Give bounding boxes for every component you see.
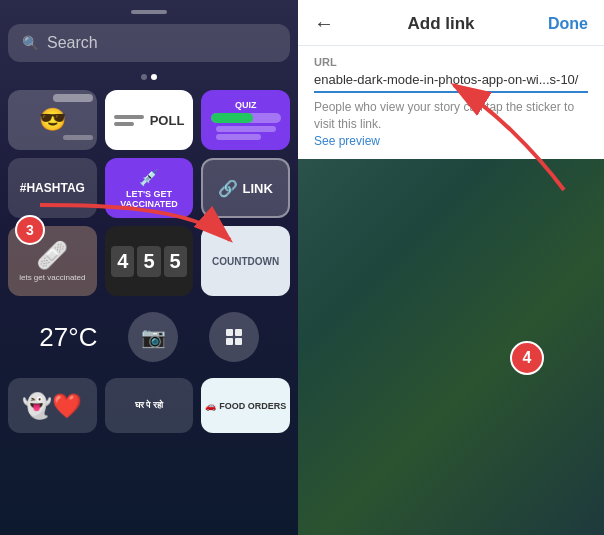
countdown-sticker[interactable]: COUNTDOWN [201, 226, 290, 296]
food-sticker[interactable]: 🚗 FOOD ORDERS [201, 378, 290, 433]
dot-1 [141, 74, 147, 80]
ghar-sticker[interactable]: घर पे रहो [105, 378, 194, 433]
temperature-text: 27°C [39, 322, 97, 353]
timer-sticker[interactable]: 4 5 5 [105, 226, 194, 296]
emoji-sticker[interactable]: 😎 [8, 90, 97, 150]
link-sticker[interactable]: 🔗 LINK [201, 158, 290, 218]
ghost-icon: 👻❤️ [22, 392, 82, 420]
url-value[interactable]: enable-dark-mode-in-photos-app-on-wi...s… [314, 72, 588, 93]
sticker-row-1: 😎 POLL QUIZ [8, 90, 290, 150]
quiz-label: QUIZ [235, 100, 257, 110]
emoji-icon: 😎 [39, 107, 66, 133]
quiz-lines [216, 126, 276, 140]
vaccinated-label: LET'S GET VACCINATED [109, 189, 190, 209]
add-icon [222, 325, 246, 349]
timer-digit-1: 4 [111, 246, 134, 277]
add-link-header: ← Add link Done [298, 0, 604, 46]
link-label: LINK [242, 181, 272, 196]
timer-digit-2: 5 [137, 246, 160, 277]
right-background [298, 135, 604, 535]
bottom-sticker-row: 👻❤️ घर पे रहो 🚗 FOOD ORDERS [8, 378, 290, 441]
bandaid-icon: 🩹 [36, 240, 68, 271]
vaccinated-sticker[interactable]: 💉 LET'S GET VACCINATED [105, 158, 194, 218]
poll-label: POLL [150, 113, 185, 128]
sticker-row-2: #HASHTAG 💉 LET'S GET VACCINATED 🔗 LINK [8, 158, 290, 218]
svg-rect-1 [235, 329, 242, 336]
camera-icon: 📷 [141, 325, 166, 349]
ghar-label: घर पे रहो [135, 400, 163, 411]
sticker-row-3: 🩹 lets get vaccinated 4 5 5 COUNTDOWN [8, 226, 290, 296]
hashtag-label: #HASHTAG [20, 181, 85, 195]
svg-rect-3 [235, 338, 242, 345]
see-preview-link[interactable]: See preview [314, 134, 380, 148]
svg-rect-2 [226, 338, 233, 345]
search-bar[interactable]: 🔍 Search [8, 24, 290, 62]
timer-digit-3: 5 [164, 246, 187, 277]
svg-rect-0 [226, 329, 233, 336]
countdown-label: COUNTDOWN [212, 256, 279, 267]
quiz-bar [211, 113, 281, 123]
search-placeholder: Search [47, 34, 98, 52]
search-icon: 🔍 [22, 35, 39, 51]
add-button[interactable] [209, 312, 259, 362]
step-3-label: 3 [26, 222, 34, 238]
vaccinated-icon: 💉 [139, 168, 159, 187]
poll-sticker[interactable]: POLL [105, 90, 194, 150]
left-panel: 🔍 Search 😎 POLL [0, 0, 298, 535]
bandaid-label: lets get vaccinated [19, 273, 85, 282]
hashtag-sticker[interactable]: #HASHTAG [8, 158, 97, 218]
link-icon: 🔗 [218, 179, 238, 198]
step-4-label: 4 [523, 349, 532, 367]
url-label: URL [314, 56, 588, 68]
step-4-badge: 4 [510, 341, 544, 375]
dot-2 [151, 74, 157, 80]
right-panel: ← Add link Done URL enable-dark-mode-in-… [298, 0, 604, 535]
camera-button[interactable]: 📷 [128, 312, 178, 362]
quiz-sticker[interactable]: QUIZ [201, 90, 290, 150]
drag-indicator [131, 10, 167, 14]
poll-lines [114, 115, 144, 126]
header-title: Add link [407, 14, 474, 34]
food-label: FOOD ORDERS [219, 401, 286, 411]
food-icon: 🚗 [205, 401, 216, 411]
ghost-sticker[interactable]: 👻❤️ [8, 378, 97, 433]
back-button[interactable]: ← [314, 12, 334, 35]
step-3-badge: 3 [15, 215, 45, 245]
bottom-controls: 27°C 📷 [8, 304, 290, 370]
url-hint: People who view your story can tap the s… [314, 99, 588, 149]
done-button[interactable]: Done [548, 15, 588, 33]
pagination-dots [8, 74, 290, 80]
url-section: URL enable-dark-mode-in-photos-app-on-wi… [298, 46, 604, 159]
